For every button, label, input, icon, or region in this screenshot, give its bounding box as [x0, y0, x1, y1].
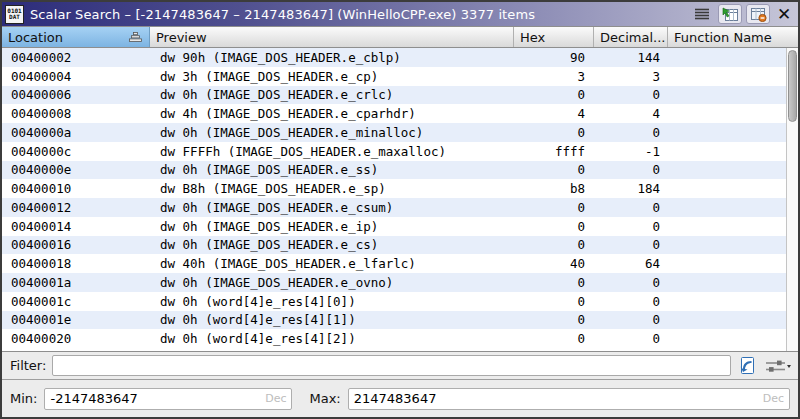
remove-items-button[interactable]	[746, 4, 770, 24]
cell-decimal: 144	[594, 50, 668, 65]
max-input[interactable]	[354, 391, 759, 406]
menu-lines-button[interactable]	[690, 4, 714, 24]
min-label: Min:	[10, 391, 37, 406]
filter-input[interactable]	[52, 355, 731, 376]
cell-preview: dw 0h (word[4]e_res[4][1])	[150, 312, 514, 327]
range-bar: Min: Dec Max: Dec	[2, 380, 798, 417]
cell-hex: 4	[514, 106, 594, 121]
table-row[interactable]: 00400014 dw 0h (IMAGE_DOS_HEADER.e_ip) 0…	[2, 217, 786, 236]
min-input[interactable]	[50, 391, 261, 406]
table-row[interactable]: 00400004 dw 3h (IMAGE_DOS_HEADER.e_cp) 3…	[2, 67, 786, 86]
filter-options-button[interactable]	[737, 355, 758, 376]
cell-decimal: 184	[594, 181, 668, 196]
data-type-icon: 0101 DAT	[5, 5, 24, 24]
data-icon-line2: DAT	[9, 14, 20, 21]
cell-preview: dw 4h (IMAGE_DOS_HEADER.e_cparhdr)	[150, 106, 514, 121]
min-field: Dec	[44, 388, 292, 410]
cell-decimal: 0	[594, 331, 668, 346]
vertical-scrollbar[interactable]	[786, 48, 798, 351]
cell-preview: dw 0h (IMAGE_DOS_HEADER.e_cs)	[150, 237, 514, 252]
column-header-label: Preview	[156, 30, 507, 45]
scrollbar-thumb[interactable]	[788, 50, 797, 122]
table-row[interactable]: 0040001a dw 0h (IMAGE_DOS_HEADER.e_ovno)…	[2, 273, 786, 292]
cell-hex: 40	[514, 256, 594, 271]
cell-hex: 3	[514, 69, 594, 84]
cell-hex: 0	[514, 294, 594, 309]
cell-location: 00400018	[2, 256, 150, 271]
cell-preview: dw 0h (IMAGE_DOS_HEADER.e_minalloc)	[150, 125, 514, 140]
close-icon: ✕	[777, 4, 791, 24]
cell-preview: dw 0h (IMAGE_DOS_HEADER.e_ip)	[150, 219, 514, 234]
table-row[interactable]: 00400002 dw 90h (IMAGE_DOS_HEADER.e_cblp…	[2, 48, 786, 67]
cell-hex: 0	[514, 200, 594, 215]
cell-location: 00400016	[2, 237, 150, 252]
sliders-icon	[765, 358, 791, 374]
sort-ascending-icon	[128, 31, 143, 44]
cell-hex: 0	[514, 87, 594, 102]
cell-location: 00400014	[2, 219, 150, 234]
cell-hex: 0	[514, 162, 594, 177]
table-row[interactable]: 00400012 dw 0h (IMAGE_DOS_HEADER.e_csum)…	[2, 198, 786, 217]
column-header-location[interactable]: Location	[2, 27, 150, 47]
cell-preview: dw FFFFh (IMAGE_DOS_HEADER.e_maxalloc)	[150, 144, 514, 159]
table-row[interactable]: 0040000a dw 0h (IMAGE_DOS_HEADER.e_minal…	[2, 123, 786, 142]
table-row[interactable]: 00400006 dw 0h (IMAGE_DOS_HEADER.e_crlc)…	[2, 86, 786, 105]
dropdown-arrow-icon	[787, 365, 791, 368]
cell-location: 0040001a	[2, 275, 150, 290]
cell-location: 00400010	[2, 181, 150, 196]
column-header-row: Location Preview Hex Decimal... Function…	[2, 26, 798, 48]
min-dec-hint: Dec	[261, 392, 286, 405]
column-header-label: Function Name	[674, 30, 792, 45]
cell-preview: dw 0h (IMAGE_DOS_HEADER.e_ovno)	[150, 275, 514, 290]
cell-preview: dw 40h (IMAGE_DOS_HEADER.e_lfarlc)	[150, 256, 514, 271]
table-row[interactable]: 0040000c dw FFFFh (IMAGE_DOS_HEADER.e_ma…	[2, 142, 786, 161]
cell-location: 0040000c	[2, 144, 150, 159]
column-header-hex[interactable]: Hex	[514, 27, 594, 47]
column-header-decimal[interactable]: Decimal...	[594, 27, 668, 47]
scalar-search-window: 0101 DAT Scalar Search – [-2147483647 – …	[0, 0, 800, 419]
cell-preview: dw 0h (IMAGE_DOS_HEADER.e_csum)	[150, 200, 514, 215]
delete-table-icon	[750, 7, 767, 22]
column-header-preview[interactable]: Preview	[150, 27, 514, 47]
cell-decimal: 0	[594, 312, 668, 327]
cell-location: 00400006	[2, 87, 150, 102]
results-table: 00400002 dw 90h (IMAGE_DOS_HEADER.e_cblp…	[2, 48, 798, 351]
table-row[interactable]: 0040000e dw 0h (IMAGE_DOS_HEADER.e_ss) 0…	[2, 161, 786, 180]
close-button[interactable]: ✕	[774, 4, 794, 24]
column-filter-button[interactable]	[764, 357, 792, 375]
column-header-function-name[interactable]: Function Name	[668, 27, 798, 47]
column-header-label: Location	[8, 30, 128, 45]
cell-preview: dw 0h (IMAGE_DOS_HEADER.e_crlc)	[150, 87, 514, 102]
column-header-label: Hex	[520, 30, 587, 45]
make-selection-button[interactable]	[718, 4, 742, 24]
cell-location: 00400012	[2, 200, 150, 215]
column-header-label: Decimal...	[600, 30, 665, 45]
table-row[interactable]: 00400018 dw 40h (IMAGE_DOS_HEADER.e_lfar…	[2, 254, 786, 273]
cell-decimal: 64	[594, 256, 668, 271]
table-row[interactable]: 0040001c dw 0h (word[4]e_res[4][0]) 0 0	[2, 292, 786, 311]
cell-decimal: 4	[594, 106, 668, 121]
titlebar: 0101 DAT Scalar Search – [-2147483647 – …	[2, 2, 798, 26]
cell-location: 00400002	[2, 50, 150, 65]
cell-hex: 0	[514, 125, 594, 140]
max-label: Max:	[309, 391, 340, 406]
cell-preview: dw 90h (IMAGE_DOS_HEADER.e_cblp)	[150, 50, 514, 65]
cell-decimal: 0	[594, 125, 668, 140]
table-row[interactable]: 00400008 dw 4h (IMAGE_DOS_HEADER.e_cparh…	[2, 104, 786, 123]
cell-hex: ffff	[514, 144, 594, 159]
filter-document-icon	[738, 356, 757, 375]
table-row[interactable]: 0040001e dw 0h (word[4]e_res[4][1]) 0 0	[2, 311, 786, 330]
max-dec-hint: Dec	[759, 392, 784, 405]
table-row[interactable]: 00400020 dw 0h (word[4]e_res[4][2]) 0 0	[2, 329, 786, 348]
cell-hex: 0	[514, 237, 594, 252]
cell-location: 0040000a	[2, 125, 150, 140]
cell-hex: 0	[514, 275, 594, 290]
table-row[interactable]: 00400010 dw B8h (IMAGE_DOS_HEADER.e_sp) …	[2, 179, 786, 198]
cell-hex: 0	[514, 331, 594, 346]
cell-decimal: 0	[594, 200, 668, 215]
cell-decimal: 0	[594, 237, 668, 252]
cell-hex: b8	[514, 181, 594, 196]
table-row[interactable]: 00400016 dw 0h (IMAGE_DOS_HEADER.e_cs) 0…	[2, 236, 786, 255]
cell-preview: dw 0h (word[4]e_res[4][2])	[150, 331, 514, 346]
cell-decimal: 0	[594, 275, 668, 290]
